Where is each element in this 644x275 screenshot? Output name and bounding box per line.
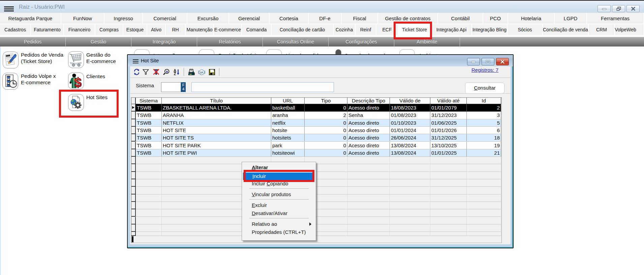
table-row[interactable]: TSWBZBASKETBALL ARENA LTDA.basketball0Ac… — [131, 104, 501, 112]
row-gutter[interactable] — [131, 202, 136, 209]
cell-valido_ate[interactable]: 01/01/2025 — [430, 149, 467, 157]
table-row[interactable]: TSWBNETFLIXnetflix0Acesso direto01/10/20… — [131, 119, 501, 127]
menu-ecommerce[interactable]: E-commerce — [214, 24, 242, 35]
row-gutter[interactable] — [131, 134, 136, 142]
cell-id[interactable]: 21 — [467, 149, 501, 157]
cell-sistema[interactable]: TSWB — [136, 149, 162, 157]
menu-cortesia[interactable]: Cortesia — [270, 13, 309, 24]
subnav-configuracoes[interactable]: Configurações — [329, 37, 394, 47]
filter-icon[interactable] — [143, 69, 149, 77]
cell-sistema[interactable]: TSWB — [136, 112, 162, 119]
ia-icon[interactable]: IA — [198, 69, 206, 77]
cell-id[interactable]: 18 — [467, 134, 501, 142]
table-empty-row[interactable] — [131, 157, 501, 164]
cell-id[interactable]: 2 — [467, 104, 501, 112]
cell-valido_de[interactable]: 01/08/2023 — [390, 112, 430, 119]
cell-id[interactable]: 6 — [467, 127, 501, 134]
row-gutter[interactable] — [131, 157, 136, 164]
menu-integracao-api[interactable]: Integração Api — [431, 24, 472, 35]
cell-tipo[interactable]: 0 — [305, 119, 347, 127]
menu-hotelaria[interactable]: Hotelaria — [508, 13, 555, 24]
dialog-titlebar[interactable]: Hot Site — [128, 55, 513, 66]
shortcut-label[interactable]: E-commerce — [86, 58, 116, 64]
row-gutter[interactable] — [131, 142, 136, 149]
menu-funnow[interactable]: FunNow — [61, 13, 104, 24]
menu-cadastros[interactable]: Cadastros — [0, 24, 31, 35]
row-gutter[interactable] — [131, 179, 136, 187]
row-gutter[interactable] — [131, 112, 136, 119]
row-gutter[interactable] — [131, 104, 136, 112]
menu-financeiro[interactable]: Financeiro — [64, 24, 95, 35]
cell-titulo[interactable]: HOT SITE — [162, 127, 271, 134]
menu-lgpd[interactable]: LGPD — [555, 13, 587, 24]
table-row[interactable]: TSWBHOT SITE TShotsitets0Acesso direto26… — [131, 134, 501, 142]
table-empty-row[interactable] — [131, 202, 501, 209]
subnav-gestao[interactable]: Gestão — [66, 37, 131, 47]
cell-valido_de[interactable]: 01/10/2023 — [390, 119, 430, 127]
clear-filter-icon[interactable] — [153, 69, 160, 77]
menu-faturamento[interactable]: Faturamento — [31, 24, 64, 35]
subnav-relatorios[interactable]: Relatórios — [197, 37, 263, 47]
col-header-valido-de[interactable]: Válido de — [390, 98, 430, 104]
cell-url[interactable]: park — [271, 142, 305, 149]
menu-manutencao[interactable]: Manutenção — [186, 24, 214, 35]
cell-tipo[interactable]: 2 — [305, 112, 347, 119]
save-icon[interactable] — [209, 69, 215, 77]
menu-pco[interactable]: PCO — [483, 13, 508, 24]
cell-tipo[interactable]: 0 — [305, 127, 347, 134]
menu-ativo[interactable]: Ativo — [147, 24, 166, 35]
cell-valido_de[interactable]: 13/08/2024 — [390, 142, 430, 149]
cell-valido_ate[interactable]: 31/12/2023 — [430, 112, 467, 119]
col-header-id[interactable]: Id — [467, 98, 501, 104]
table-empty-row[interactable] — [131, 232, 501, 236]
col-header-url[interactable]: URL — [271, 98, 305, 104]
cell-descricao[interactable]: Acesso direto — [347, 119, 390, 127]
menu-dfe[interactable]: DF-e — [309, 13, 342, 24]
cell-url[interactable]: aranha — [271, 112, 305, 119]
ctx-vincular-produtos[interactable]: Vincular produtos — [242, 190, 315, 198]
cell-titulo[interactable]: ARANHA — [162, 112, 271, 119]
cell-tipo[interactable]: 0 — [305, 142, 347, 149]
cell-valido_ate[interactable]: 13/10/2025 — [430, 142, 467, 149]
f4-lookup-icon[interactable]: F4 — [181, 82, 186, 92]
cell-id[interactable]: 3 — [467, 112, 501, 119]
table-empty-row[interactable] — [131, 209, 501, 217]
cell-titulo[interactable]: NETFLIX — [162, 119, 271, 127]
row-gutter[interactable] — [131, 194, 136, 202]
table-empty-row[interactable] — [131, 187, 501, 194]
col-header-descricao-tipo[interactable]: Descrição Tipo — [347, 98, 390, 104]
cell-sistema[interactable]: TSWB — [136, 119, 162, 127]
menu-conciliacao-venda[interactable]: Conciliação de venda — [543, 24, 589, 35]
table-row[interactable]: TSWBHOT SITE PWIhotsiteowi0Acesso direto… — [131, 149, 501, 157]
ctx-desativar-ativar[interactable]: Desativar/Ativar — [242, 209, 315, 217]
menu-excursao[interactable]: Excursão — [187, 13, 229, 24]
menu-integracao-bling[interactable]: Integração Bling — [472, 24, 508, 35]
cell-valido_ate[interactable]: 31/12/2025 — [430, 134, 467, 142]
shortcut-label[interactable]: E-commerce — [21, 79, 51, 86]
dialog-minimize-button[interactable] — [467, 58, 480, 65]
cell-valido_de[interactable]: 13/08/2024 — [390, 149, 430, 157]
app-minimize-button[interactable] — [597, 5, 611, 12]
cell-descricao[interactable]: Acesso direto — [347, 149, 390, 157]
row-gutter[interactable] — [131, 119, 136, 127]
menu-ingresso[interactable]: Ingresso — [104, 13, 143, 24]
shortcut-label[interactable]: Pedidos de Venda — [21, 52, 63, 58]
cell-sistema[interactable]: TSWB — [136, 142, 162, 149]
col-header-tipo[interactable]: Tipo — [305, 98, 347, 104]
menu-gerencial[interactable]: Gerencial — [229, 13, 270, 24]
cell-sistema[interactable]: TSWB — [136, 134, 162, 142]
cell-valido_de[interactable]: 01/01/2024 — [390, 127, 430, 134]
cell-titulo[interactable]: HOT SITE TS — [162, 134, 271, 142]
cell-titulo[interactable]: HOT SITE PARK — [162, 142, 271, 149]
cell-id[interactable]: 19 — [467, 142, 501, 149]
cell-titulo[interactable]: HOT SITE PWI — [162, 149, 271, 157]
table-empty-row[interactable] — [131, 172, 501, 179]
menu-fiscal[interactable]: Fiscal — [342, 13, 378, 24]
menu-retaguarda-parque[interactable]: Retaguarda Parque — [0, 13, 61, 24]
menu-reinf[interactable]: Reinf — [356, 24, 376, 35]
table-empty-row[interactable] — [131, 194, 501, 202]
table-empty-row[interactable] — [131, 217, 501, 224]
cell-descricao[interactable]: Acesso direto — [347, 104, 390, 112]
subnav-consultas-online[interactable]: Consultas Online — [263, 37, 329, 47]
menu-cozinha[interactable]: Cozinha — [334, 24, 356, 35]
